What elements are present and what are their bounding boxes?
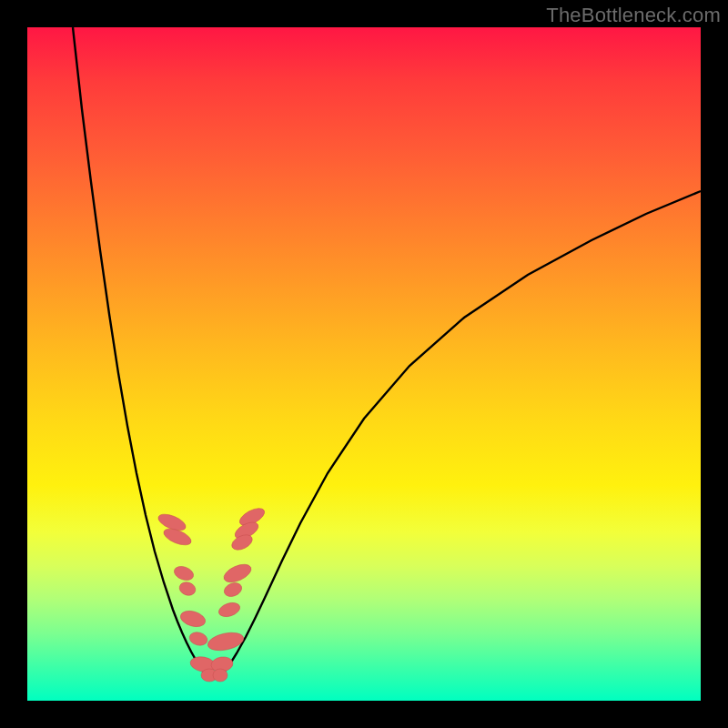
bead-left-4 xyxy=(178,608,207,629)
watermark-text: TheBottleneck.com xyxy=(546,4,721,27)
bead-left-2 xyxy=(172,564,195,583)
chart-svg xyxy=(27,27,701,701)
bead-right-5 xyxy=(217,601,241,620)
beads-group xyxy=(157,505,268,682)
curve-right xyxy=(223,191,701,673)
bead-right-4 xyxy=(222,581,244,599)
plot-frame xyxy=(27,27,701,701)
bead-left-5 xyxy=(188,631,209,647)
bead-right-3 xyxy=(221,561,254,586)
bead-bottom-1 xyxy=(213,669,228,682)
bead-left-3 xyxy=(177,581,197,598)
